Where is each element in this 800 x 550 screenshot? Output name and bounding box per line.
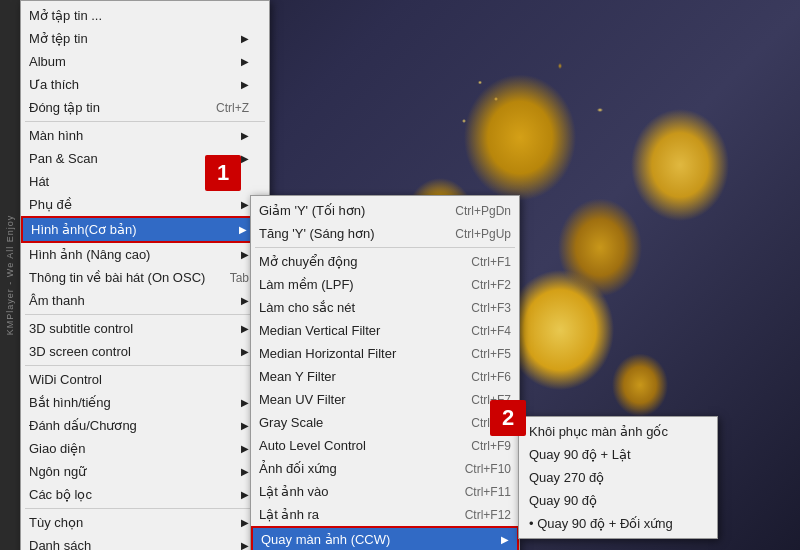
submenu-item-mean-uv[interactable]: Mean UV Filter Ctrl+F7	[251, 388, 519, 411]
arrow-icon: ▶	[241, 323, 249, 334]
km-sidebar-label: KMPlayer - We All Enjoy	[5, 215, 15, 335]
submenu-item-median-horizontal[interactable]: Median Horizontal Filter Ctrl+F5	[251, 342, 519, 365]
menu-separator-3	[25, 365, 265, 366]
submenu-quay-item-quay270[interactable]: Quay 270 độ	[519, 466, 717, 489]
submenu-item-lam-mem[interactable]: Làm mềm (LPF) Ctrl+F2	[251, 273, 519, 296]
menu-item-mo-tep-tin[interactable]: Mở tệp tin ▶	[21, 27, 269, 50]
arrow-icon: ▶	[241, 540, 249, 550]
menu-item-phu-de[interactable]: Phụ đề ▶	[21, 193, 269, 216]
menu-item-ngon-ngu[interactable]: Ngôn ngữ ▶	[21, 460, 269, 483]
km-sidebar: KMPlayer - We All Enjoy	[0, 0, 20, 550]
submenu-item-mean-y[interactable]: Mean Y Filter Ctrl+F6	[251, 365, 519, 388]
submenu-item-gray-scale[interactable]: Gray Scale Ctrl+F8	[251, 411, 519, 434]
menu-item-3d-subtitle[interactable]: 3D subtitle control ▶	[21, 317, 269, 340]
submenu-item-auto-level[interactable]: Auto Level Control Ctrl+F9	[251, 434, 519, 457]
arrow-icon: ▶	[501, 534, 509, 545]
arrow-icon: ▶	[241, 153, 249, 164]
menu-separator-2	[25, 314, 265, 315]
menu-item-widi[interactable]: WiDi Control	[21, 368, 269, 391]
arrow-icon: ▶	[241, 466, 249, 477]
arrow-icon: ▶	[241, 130, 249, 141]
submenu-quay-item-quay90[interactable]: Quay 90 độ	[519, 489, 717, 512]
submenu-item-lam-sac-net[interactable]: Làm cho sắc nét Ctrl+F3	[251, 296, 519, 319]
badge-2: 2	[490, 400, 526, 436]
submenu-hinh-anh: Giảm 'Y' (Tối hơn) Ctrl+PgDn Tăng 'Y' (S…	[250, 195, 520, 550]
menu-separator-4	[25, 508, 265, 509]
menu-item-bat-hinh-tieng[interactable]: Bắt hình/tiếng ▶	[21, 391, 269, 414]
menu-item-danh-sach[interactable]: Danh sách ▶	[21, 534, 269, 550]
submenu-item-mo-chuyen-dong[interactable]: Mở chuyển động Ctrl+F1	[251, 250, 519, 273]
menu-item-man-hinh[interactable]: Màn hình ▶	[21, 124, 269, 147]
menu-item-giao-dien[interactable]: Giao diện ▶	[21, 437, 269, 460]
menu-item-ua-thich[interactable]: Ưa thích ▶	[21, 73, 269, 96]
arrow-icon: ▶	[241, 517, 249, 528]
menu-item-am-thanh[interactable]: Âm thanh ▶	[21, 289, 269, 312]
submenu-item-anh-doi-xung[interactable]: Ảnh đối xứng Ctrl+F10	[251, 457, 519, 480]
submenu-item-quay-man-anh[interactable]: Quay màn ảnh (CCW) ▶	[251, 526, 519, 550]
arrow-icon: ▶	[241, 33, 249, 44]
submenu-quay-item-khoi-phuc[interactable]: Khôi phục màn ảnh gốc	[519, 420, 717, 443]
menu-item-hinh-anh-co-ban[interactable]: Hình ảnh(Cơ bản) ▶	[21, 216, 269, 243]
submenu-separator-1	[255, 247, 515, 248]
submenu-quay-item-quay90-doi-xung[interactable]: • Quay 90 độ + Đối xứng	[519, 512, 717, 535]
arrow-icon: ▶	[241, 79, 249, 90]
menu-separator-1	[25, 121, 265, 122]
menu-item-album[interactable]: Album ▶	[21, 50, 269, 73]
badge-1: 1	[205, 155, 241, 191]
arrow-icon: ▶	[241, 346, 249, 357]
submenu-item-tang-y[interactable]: Tăng 'Y' (Sáng hơn) Ctrl+PgUp	[251, 222, 519, 245]
menu-item-thong-tin-bai-hat[interactable]: Thông tin về bài hát (On OSC) Tab	[21, 266, 269, 289]
submenu-item-lat-anh-ra[interactable]: Lật ảnh ra Ctrl+F12	[251, 503, 519, 526]
arrow-icon: ▶	[241, 420, 249, 431]
arrow-icon: ▶	[239, 224, 247, 235]
arrow-icon: ▶	[241, 249, 249, 260]
submenu-quay: Khôi phục màn ảnh gốc Quay 90 độ + Lật Q…	[518, 416, 718, 539]
submenu-item-giam-y[interactable]: Giảm 'Y' (Tối hơn) Ctrl+PgDn	[251, 199, 519, 222]
arrow-icon: ▶	[241, 295, 249, 306]
submenu-item-median-vertical[interactable]: Median Vertical Filter Ctrl+F4	[251, 319, 519, 342]
menu-item-3d-screen[interactable]: 3D screen control ▶	[21, 340, 269, 363]
menu-item-mo-tap-tin[interactable]: Mở tập tin ...	[21, 4, 269, 27]
arrow-icon: ▶	[241, 199, 249, 210]
submenu-item-lat-anh-vao[interactable]: Lật ảnh vào Ctrl+F11	[251, 480, 519, 503]
menu-item-cac-bo-loc[interactable]: Các bộ lọc ▶	[21, 483, 269, 506]
menu-item-danh-dau[interactable]: Đánh dấu/Chương ▶	[21, 414, 269, 437]
arrow-icon: ▶	[241, 489, 249, 500]
submenu-quay-item-quay90-lat[interactable]: Quay 90 độ + Lật	[519, 443, 717, 466]
arrow-icon: ▶	[241, 443, 249, 454]
arrow-icon: ▶	[241, 397, 249, 408]
arrow-icon: ▶	[241, 56, 249, 67]
menu-item-hinh-anh-nang-cao[interactable]: Hình ảnh (Nâng cao) ▶	[21, 243, 269, 266]
main-menu: Mở tập tin ... Mở tệp tin ▶ Album ▶ Ưa t…	[20, 0, 270, 550]
menu-item-dong-tap-tin[interactable]: Đóng tập tin Ctrl+Z	[21, 96, 269, 119]
menu-item-tuy-chon[interactable]: Tùy chọn ▶	[21, 511, 269, 534]
